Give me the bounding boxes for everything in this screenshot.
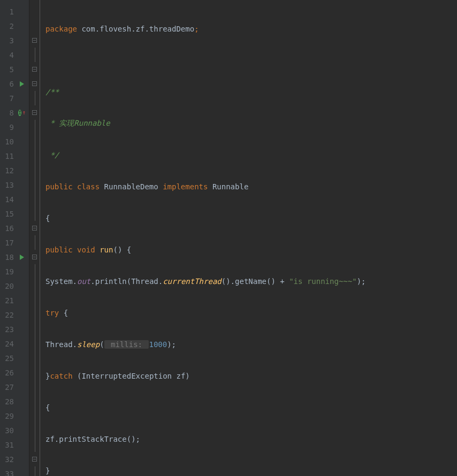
line-number: 25	[2, 354, 18, 363]
line-number: 7	[2, 94, 18, 103]
fold-toggle-icon[interactable]	[32, 255, 37, 259]
line-number: 5	[2, 65, 18, 74]
code-line[interactable]: {	[45, 400, 457, 414]
code-line[interactable]: try {	[45, 305, 457, 320]
code-line[interactable]: package com.flovesh.zf.threadDemo;	[45, 21, 457, 36]
line-number: 18	[2, 253, 18, 262]
fold-toggle-icon[interactable]	[32, 110, 37, 115]
line-number: 27	[2, 383, 18, 391]
run-gutter-icon[interactable]	[18, 254, 26, 261]
line-number: 24	[2, 340, 18, 348]
code-line[interactable]: zf.printStackTrace();	[45, 432, 457, 446]
parameter-hint: millis:	[104, 340, 149, 349]
fold-column	[29, 0, 40, 476]
line-number: 13	[2, 181, 18, 189]
line-number: 6	[2, 80, 18, 88]
line-number: 20	[2, 282, 18, 290]
line-number: 31	[2, 441, 18, 449]
fold-toggle-icon[interactable]	[32, 81, 37, 86]
line-number: 9	[2, 123, 18, 132]
code-line[interactable]: /**	[45, 85, 457, 99]
line-number: 2	[2, 22, 18, 30]
code-line[interactable]: {	[45, 211, 457, 225]
line-number: 1	[2, 7, 18, 16]
override-icon: I	[18, 110, 21, 116]
code-line[interactable]: public class RunnableDemo implements Run…	[45, 179, 457, 194]
code-line[interactable]: }	[45, 463, 457, 476]
line-number: 14	[2, 195, 18, 204]
line-number: 28	[2, 397, 18, 406]
line-number: 3	[2, 36, 18, 45]
line-number: 4	[2, 51, 18, 59]
line-number: 16	[2, 224, 18, 233]
code-line[interactable]: */	[45, 148, 457, 162]
fold-toggle-icon[interactable]	[32, 226, 37, 231]
override-gutter-icon[interactable]: I↑	[18, 109, 26, 117]
line-number: 26	[2, 368, 18, 377]
line-number: 22	[2, 311, 18, 319]
fold-toggle-icon[interactable]	[32, 67, 37, 72]
code-line[interactable]: * 实现Runnable	[45, 116, 457, 130]
line-number: 21	[2, 296, 18, 305]
run-gutter-icon[interactable]	[18, 80, 26, 88]
line-number: 11	[2, 152, 18, 160]
code-editor: 1 2 3 4 5 6 7 8I↑ 9 10 11 12 13 14 15 16…	[0, 0, 457, 476]
code-line[interactable]: public void run() {	[45, 242, 457, 257]
fold-toggle-icon[interactable]	[32, 457, 37, 462]
code-line[interactable]: }catch (InterruptedException zf)	[45, 368, 457, 383]
line-number: 32	[2, 455, 18, 464]
line-number: 23	[2, 325, 18, 334]
line-number: 29	[2, 412, 18, 420]
code-line[interactable]: System.out.println(Thread.currentThread(…	[45, 274, 457, 288]
line-number: 19	[2, 267, 18, 276]
fold-toggle-icon[interactable]	[32, 38, 37, 43]
line-gutter: 1 2 3 4 5 6 7 8I↑ 9 10 11 12 13 14 15 16…	[0, 0, 29, 476]
line-number: 15	[2, 210, 18, 218]
line-number: 10	[2, 137, 18, 146]
code-area[interactable]: package com.flovesh.zf.threadDemo; /** *…	[40, 0, 457, 476]
up-arrow-icon: ↑	[22, 109, 26, 116]
line-number: 30	[2, 426, 18, 435]
line-number: 33	[2, 470, 18, 477]
line-number: 12	[2, 166, 18, 175]
play-icon	[20, 255, 24, 260]
code-line[interactable]	[45, 53, 457, 67]
line-number: 17	[2, 239, 18, 247]
line-number: 8	[2, 109, 18, 117]
code-line[interactable]: Thread.sleep( millis: 1000);	[45, 337, 457, 351]
play-icon	[20, 81, 24, 87]
